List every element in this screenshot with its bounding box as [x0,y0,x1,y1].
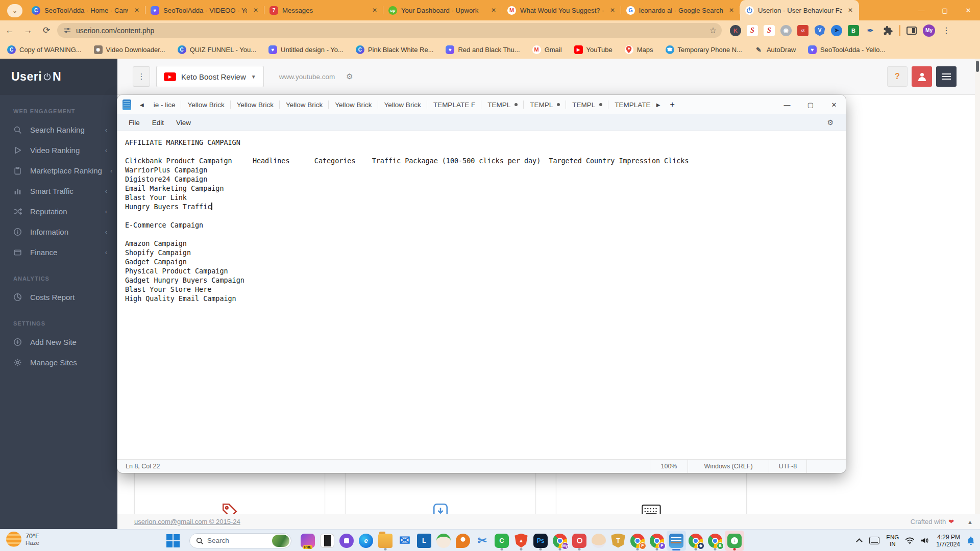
browser-tab-4[interactable]: upYour Dashboard - Upwork✕ [383,0,502,20]
browser-maximize-button[interactable]: ▢ [933,0,957,20]
notepad-tab-1[interactable]: ie - lice [148,95,182,114]
browser-minimize-button[interactable]: — [910,0,933,20]
channel-selector[interactable]: ▶ Keto Boost Review ▼ [156,66,264,87]
browser-close-button[interactable]: ✕ [957,0,980,20]
bookmark-item-1[interactable]: CCopy of WARNING... [7,45,82,54]
menu-file[interactable]: File [122,116,146,129]
sidebar-item-manage-sites[interactable]: Manage Sites [0,352,117,372]
notepad-editor[interactable]: AFFILIATE MARKETING CAMPAIGNClickbank Pr… [117,131,846,459]
back-button[interactable]: ← [1,23,18,38]
sidebar-item-reputation[interactable]: Reputation‹ [0,201,117,221]
help-button[interactable]: ? [887,66,908,87]
clock[interactable]: 4:29 PM 1/7/2024 [936,534,960,548]
menu-edit[interactable]: Edit [146,116,170,129]
taskbar-photos-icon[interactable] [317,531,337,551]
start-button[interactable] [163,531,183,551]
forward-button[interactable]: → [19,23,37,38]
side-panel-icon[interactable] [906,27,917,35]
notepad-tab-2[interactable]: Yellow Brick [181,95,230,114]
language-indicator[interactable]: ENG IN [886,534,899,547]
sidebar-item-search-ranking[interactable]: Search Ranking‹ [0,119,117,140]
bookmark-item-5[interactable]: CPink Black White Re... [356,45,434,54]
taskbar-chrome-p-orange-icon[interactable]: P [628,531,647,551]
profile-avatar[interactable]: My [923,24,935,37]
scrollbar-thumb[interactable] [976,61,979,72]
notepad-tab-11[interactable]: TEMPLATE F [608,95,653,114]
taskbar-premiere-rush-icon[interactable]: PRE [298,531,317,551]
tab-close-icon[interactable]: ✕ [370,6,379,15]
notepad-tab-10[interactable]: TEMPL [566,95,608,114]
browser-tab-3[interactable]: 7Messages✕ [264,0,383,20]
notepad-minimize-button[interactable]: — [775,95,799,114]
tab-search-button[interactable]: ⌄ [7,4,22,17]
notepad-tab-4[interactable]: Yellow Brick [280,95,329,114]
page-scrollbar[interactable] [975,59,980,529]
ext-s-2-icon[interactable]: S [764,25,775,36]
bookmark-item-10[interactable]: ☎Temporary Phone N... [666,45,742,54]
notepad-close-button[interactable]: ✕ [822,95,846,114]
header-kebab-button[interactable]: ⋮ [133,66,150,87]
notification-bell-icon[interactable] [967,536,975,545]
taskbar-chrome-img-icon[interactable]: ◆ [686,531,705,551]
touchpad-icon[interactable] [869,537,879,544]
extensions-puzzle-icon[interactable] [883,26,893,36]
sidebar-item-add-new-site[interactable]: Add New Site [0,332,117,352]
notepad-tab-8[interactable]: TEMPL [481,95,524,114]
ext-b-icon[interactable]: B [848,25,859,36]
bookmark-star-icon[interactable]: ☆ [709,26,717,35]
browser-tab-7[interactable]: Userion - User Behaviour Facto✕ [740,0,859,20]
browser-tab-1[interactable]: CSeoToolAdda - Home - Canva✕ [27,0,145,20]
notepad-tab-6[interactable]: Yellow Brick [378,95,427,114]
taskbar-screen-recorder-icon[interactable] [570,531,589,551]
bookmark-item-12[interactable]: ♥SeoToolAdda - Yello... [808,45,885,54]
weather-widget[interactable]: 70°F Haze [6,532,39,547]
taskbar-edge-icon[interactable]: e [356,531,376,551]
taskbar-blender-icon[interactable] [453,531,473,551]
notepad-tab-7[interactable]: TEMPLATE F [427,95,481,114]
menu-view[interactable]: View [170,116,197,129]
tab-close-icon[interactable]: ✕ [132,6,141,15]
bookmark-item-3[interactable]: CQUIZ FUNNEL - You... [178,45,256,54]
tab-close-icon[interactable]: ✕ [727,6,736,15]
tabs-scroll-right-icon[interactable]: ▶ [653,102,664,108]
bookmark-item-8[interactable]: ▶YouTube [574,45,612,54]
ext-s-1-icon[interactable]: S [747,25,758,36]
taskbar-camtasia-icon[interactable]: C [492,531,511,551]
wifi-icon[interactable] [905,537,914,544]
notepad-maximize-button[interactable]: ▢ [799,95,822,114]
taskbar-t-shield-icon[interactable]: T [608,531,628,551]
browser-tab-5[interactable]: MWhat Would You Suggest? - my✕ [502,0,621,20]
tab-close-icon[interactable]: ✕ [251,6,260,15]
bookmark-item-9[interactable]: Maps [625,45,653,54]
reload-button[interactable]: ⟳ [38,23,55,38]
notepad-settings-icon[interactable]: ⚙ [827,118,834,127]
feature-card-2[interactable] [345,468,536,514]
volume-icon[interactable] [921,537,929,544]
sidebar-item-video-ranking[interactable]: Video Ranking‹ [0,140,117,160]
new-tab-button[interactable]: + [664,100,680,109]
channel-settings-icon[interactable]: ⚙ [346,72,353,81]
ext-shield-icon[interactable]: V [814,25,825,36]
taskbar-search[interactable]: Search [189,533,291,548]
feature-card-3[interactable] [556,468,747,514]
browser-tab-2[interactable]: ♥SeoToolAdda - VIDEOO - YouTu✕ [145,0,264,20]
userion-logo[interactable]: Useri N [0,59,117,95]
taskbar-chrome-p-purple-icon[interactable]: P [647,531,667,551]
bookmark-item-4[interactable]: ♥Untitled design - Yo... [268,45,344,54]
sidebar-item-finance[interactable]: Finance‹ [0,242,117,262]
taskbar-linkedin-icon[interactable]: L [414,531,434,551]
ext-eyedropper-icon[interactable]: ✒ [865,25,876,36]
sidebar-item-costs-report[interactable]: Costs Report [0,287,117,307]
ext-camera-icon[interactable]: ◉ [780,25,792,36]
site-settings-icon[interactable] [63,27,71,34]
bookmark-item-6[interactable]: ♥Red and Black Thu... [446,45,520,54]
sidebar-item-marketplace-ranking[interactable]: Marketplace Ranking‹ [0,160,117,181]
taskbar-mail-icon[interactable]: ✉ [395,531,414,551]
notepad-tab-3[interactable]: Yellow Brick [231,95,280,114]
sidebar-item-information[interactable]: Information‹ [0,221,117,242]
bookmark-item-11[interactable]: ✎AutoDraw [754,45,796,54]
taskbar-clipchamp-icon[interactable] [337,531,356,551]
ext-ot-icon[interactable]: ot [797,25,808,36]
browser-tab-6[interactable]: Gleonardo ai - Google Search✕ [621,0,740,20]
feature-card-1[interactable] [134,468,325,514]
